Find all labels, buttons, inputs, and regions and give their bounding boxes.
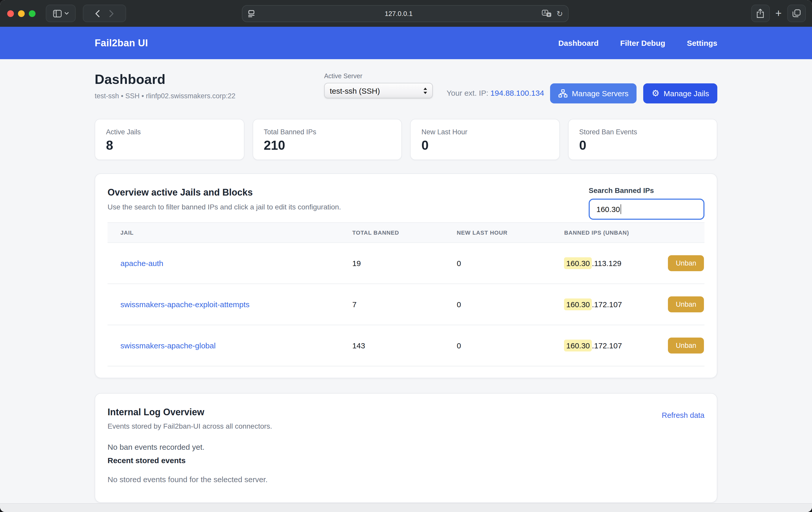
unban-button[interactable]: Unban [668,255,704,271]
nav-item-dashboard[interactable]: Dashboard [558,38,599,47]
jails-table: Jail Total Banned New Last Hour Banned I… [108,222,704,366]
window-bottom-edge [0,503,812,512]
page-title: Dashboard [95,72,324,87]
stat-label: New Last Hour [422,128,548,136]
column-new-last-hour: New Last Hour [457,223,564,243]
banned-ip: 160.30.113.129 [564,259,621,267]
ip-rest: .172.107 [592,300,622,309]
stat-cards: Active Jails 8 Total Banned IPs 210 New … [95,119,717,160]
close-window-button[interactable] [7,10,14,17]
manage-jails-button[interactable]: ⚙ Manage Jails [643,83,717,104]
search-input[interactable]: 160.30 [589,199,704,220]
stat-card-stored-ban-events: Stored Ban Events 0 [568,119,717,160]
browser-window: 127.0.0.1 A ★ ↻ + [0,0,812,512]
external-ip-value: 194.88.100.134 [490,88,544,97]
external-ip-label: Your ext. IP: [447,88,488,97]
stat-label: Total Banned IPs [264,128,390,136]
unban-button[interactable]: Unban [668,338,704,353]
column-total-banned: Total Banned [352,223,457,243]
page-body: Dashboard test-ssh • SSH • rlinfp02.swis… [0,59,812,503]
manage-servers-button[interactable]: Manage Servers [550,83,637,104]
active-server-select[interactable]: test-ssh (SSH) [324,83,433,98]
no-stored-events-text: No stored events found for the selected … [108,475,704,484]
unban-button[interactable]: Unban [668,296,704,312]
traffic-lights [7,10,35,17]
url-text[interactable]: 127.0.0.1 [255,10,542,18]
stat-card-active-jails: Active Jails 8 [95,119,244,160]
jail-link[interactable]: swissmakers-apache-exploit-attempts [120,300,250,309]
maximize-window-button[interactable] [29,10,35,17]
no-ban-events-text: No ban events recorded yet. [108,443,704,451]
app-navbar: Fail2ban UI Dashboard Filter Debug Setti… [0,27,812,59]
banned-ip: 160.30.172.107 [564,341,622,350]
page-settings-icon[interactable] [248,10,255,18]
overview-card: Overview active Jails and Blocks Use the… [95,173,717,378]
internal-log-card: Internal Log Overview Events stored by F… [95,393,717,503]
active-server-label: Active Server [324,73,433,80]
page-subtitle: test-ssh • SSH • rlinfp02.swissmakers.co… [95,92,324,100]
manage-servers-label: Manage Servers [572,89,629,98]
browser-chrome: 127.0.0.1 A ★ ↻ + [0,0,812,27]
stat-value: 0 [422,138,548,153]
banned-ip: 160.30.172.107 [564,300,622,309]
nav-item-settings[interactable]: Settings [687,38,717,47]
stat-value: 8 [106,138,233,153]
page-header: Dashboard test-ssh • SSH • rlinfp02.swis… [95,72,717,104]
active-server-value: test-ssh (SSH) [330,86,423,95]
tab-overview-icon[interactable] [787,5,806,22]
gear-icon: ⚙ [652,89,660,98]
stat-label: Active Jails [106,128,233,136]
search-banned-ips-label: Search Banned IPs [589,186,704,195]
recent-stored-events-title: Recent stored events [108,456,704,465]
total-banned-value: 7 [352,284,457,325]
table-row: swissmakers-apache-exploit-attempts 7 0 … [108,284,704,325]
back-icon[interactable] [95,9,100,17]
sidebar-icon [53,9,61,17]
svg-text:★: ★ [548,12,551,17]
app-brand: Fail2ban UI [95,37,148,49]
translate-icon[interactable]: A ★ [542,10,552,18]
new-last-hour-value: 0 [457,243,564,284]
new-last-hour-value: 0 [457,325,564,366]
jail-link[interactable]: swissmakers-apache-global [120,341,215,350]
address-bar[interactable]: 127.0.0.1 A ★ ↻ [242,5,569,22]
sitemap-icon [558,89,568,98]
stat-value: 210 [264,138,390,153]
share-icon[interactable] [751,5,770,22]
ip-highlight: 160.30 [564,298,592,310]
ip-highlight: 160.30 [564,340,592,351]
nav-history-group [83,5,126,22]
table-row: apache-auth 19 0 160.30.113.129 Unban [108,243,704,284]
stat-card-new-last-hour: New Last Hour 0 [410,119,560,160]
stat-card-total-banned: Total Banned IPs 210 [252,119,402,160]
new-last-hour-value: 0 [457,284,564,325]
refresh-data-link[interactable]: Refresh data [662,411,704,419]
ip-highlight: 160.30 [564,257,592,269]
reload-icon[interactable]: ↻ [556,10,563,18]
new-tab-icon[interactable]: + [774,7,783,20]
table-row: swissmakers-apache-global 143 0 160.30.1… [108,325,704,366]
search-input-value: 160.30 [597,205,620,214]
column-banned-ips: Banned IPs (Unban) [564,223,704,243]
total-banned-value: 19 [352,243,457,284]
select-arrows-icon [423,87,428,94]
external-ip: Your ext. IP:194.88.100.134 [447,88,544,97]
total-banned-value: 143 [352,325,457,366]
manage-jails-label: Manage Jails [664,89,709,98]
table-header-row: Jail Total Banned New Last Hour Banned I… [108,223,704,243]
log-title: Internal Log Overview [108,407,704,418]
jail-link[interactable]: apache-auth [120,259,163,267]
ip-rest: .172.107 [592,341,622,350]
svg-text:A: A [544,10,547,15]
sidebar-toggle-button[interactable] [46,5,76,22]
minimize-window-button[interactable] [18,10,25,17]
stat-value: 0 [579,138,706,153]
text-caret [620,204,621,214]
forward-icon[interactable] [109,9,114,17]
nav-item-filter-debug[interactable]: Filter Debug [620,38,665,47]
ip-rest: .113.129 [592,259,621,267]
column-jail: Jail [108,223,352,243]
log-description: Events stored by Fail2ban-UI across all … [108,422,704,430]
stat-label: Stored Ban Events [579,128,706,136]
chevron-down-icon [64,12,69,15]
